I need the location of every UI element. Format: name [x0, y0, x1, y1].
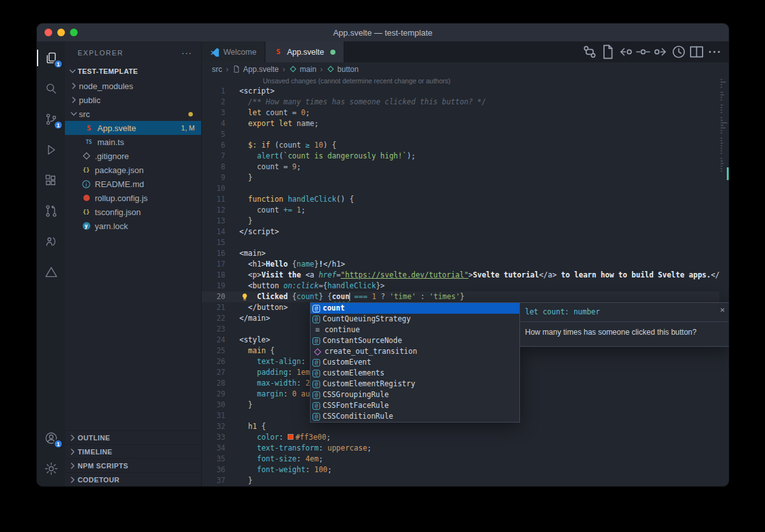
tree-item-rollup-config-js[interactable]: rollup.config.js	[65, 191, 201, 205]
more-icon[interactable]	[706, 44, 722, 60]
section-npm-scripts[interactable]: NPM SCRIPTS	[65, 458, 201, 472]
settings-icon[interactable]	[37, 453, 65, 484]
code-line-5[interactable]: 5	[202, 129, 719, 140]
compare-icon[interactable]	[582, 44, 598, 60]
section-outline[interactable]: OUTLINE	[65, 430, 201, 444]
source-control-icon[interactable]: 1	[37, 104, 65, 134]
sidebar-more-actions-icon[interactable]: ···	[181, 48, 192, 58]
suggest-item-continue[interactable]: ≡continue	[311, 325, 519, 335]
tree-item-node-modules[interactable]: node_modules	[65, 79, 201, 93]
tree-item-public[interactable]: public	[65, 93, 201, 107]
previous-change-icon[interactable]	[617, 44, 633, 60]
code-line-33[interactable]: 33 color: #ff3e00;	[202, 432, 719, 443]
workspace-section-header[interactable]: TEST-TEMPLATE	[65, 64, 201, 79]
code-line-10[interactable]: 10	[202, 183, 719, 194]
close-icon[interactable]: ×	[720, 305, 725, 314]
breadcrumb-item-app-svelte[interactable]: App.svelte	[232, 65, 279, 74]
title-bar[interactable]: App.svelte — test-template	[37, 24, 729, 41]
code-line-37[interactable]: 37 }	[202, 475, 719, 486]
code-line-12[interactable]: 12 count += 1;	[202, 205, 719, 216]
code-line-18[interactable]: 18 <p>Visit the <a href="https://svelte.…	[202, 270, 719, 281]
chevron-separator: ›	[283, 65, 285, 74]
breadcrumb-item-button[interactable]: button	[326, 65, 358, 74]
suggest-item-cssconditionrule[interactable]: @CSSConditionRule	[311, 411, 519, 422]
next-change-icon[interactable]	[653, 44, 669, 60]
suggest-item-customelements[interactable]: @customElements	[311, 368, 519, 379]
code-line-14[interactable]: 14</script>	[202, 227, 719, 237]
suggest-item-customevent[interactable]: @CustomEvent	[311, 357, 519, 368]
breadcrumb: src›App.svelte›main›button	[202, 62, 729, 76]
code-line-36[interactable]: 36 font-weight: 100;	[202, 465, 719, 475]
extensions-icon[interactable]	[37, 165, 65, 195]
account-icon[interactable]: 1	[37, 423, 65, 453]
code-line-6[interactable]: 6 $: if (count ≥ 10) {	[202, 140, 719, 151]
tree-item-main-ts[interactable]: TSmain.ts	[65, 135, 201, 149]
code-line-34[interactable]: 34 text-transform: uppercase;	[202, 443, 719, 454]
search-icon[interactable]	[37, 73, 65, 104]
code-line-7[interactable]: 7 alert(`count is dangerously high!`);	[202, 151, 719, 162]
suggest-item-customelementregistry[interactable]: @CustomElementRegistry	[311, 379, 519, 389]
code-line-15[interactable]: 15	[202, 237, 719, 248]
code-line-32[interactable]: 32 h1 {	[202, 421, 719, 432]
code-editor[interactable]: Unsaved changes (cannot determine recent…	[202, 76, 729, 486]
minimize-window-button[interactable]	[57, 29, 65, 36]
line-number: 36	[202, 465, 225, 475]
code-line-2[interactable]: 2 /** How many times has someone clicked…	[202, 97, 719, 108]
tree-item-app-svelte[interactable]: SApp.svelte1, M	[65, 121, 201, 135]
section-codetour[interactable]: CODETOUR	[65, 472, 201, 486]
code-line-4[interactable]: 4 export let name;	[202, 118, 719, 129]
suggest-item-constantsourcenode[interactable]: @ConstantSourceNode	[311, 335, 519, 346]
code-line-13[interactable]: 13 }	[202, 216, 719, 227]
run-debug-icon[interactable]	[37, 134, 65, 165]
tree-item--gitignore[interactable]: .gitignore	[65, 149, 201, 163]
code-line-9[interactable]: 9 }	[202, 172, 719, 183]
code-text: <p>Visit the <a href="https://svelte.dev…	[225, 270, 719, 281]
tree-item-label: public	[79, 95, 101, 105]
suggest-item-countqueuingstrategy[interactable]: @CountQueuingStrategy	[311, 314, 519, 325]
code-line-16[interactable]: 16<main>	[202, 248, 719, 259]
code-line-11[interactable]: 11 function handleClick() {	[202, 194, 719, 205]
suggest-item-cssfontfacerule[interactable]: @CSSFontFaceRule	[311, 400, 519, 411]
tree-item-src[interactable]: src	[65, 107, 201, 121]
code-line-1[interactable]: 1<script>	[202, 86, 719, 97]
pull-request-icon[interactable]	[37, 195, 65, 226]
suggest-item-count[interactable]: @count	[311, 303, 519, 314]
minimap[interactable]	[719, 76, 729, 486]
open-changes-icon[interactable]	[600, 44, 615, 60]
center-change-icon[interactable]	[635, 44, 651, 60]
breadcrumb-item-main[interactable]: main	[289, 65, 316, 74]
breadcrumb-item-src[interactable]: src	[212, 65, 222, 74]
tab-welcome[interactable]: Welcome	[202, 41, 265, 62]
symbol-variable-icon: @	[312, 413, 320, 421]
zoom-window-button[interactable]	[70, 29, 78, 36]
live-share-icon[interactable]	[37, 226, 65, 256]
code-line-19[interactable]: 19 <button on:click={handleClick}>	[202, 281, 719, 291]
explorer-icon[interactable]: 1	[37, 43, 65, 73]
section-timeline[interactable]: TIMELINE	[65, 444, 201, 458]
code-line-20[interactable]: 20 Clicked {count} {coun === 1 ? 'time' …	[202, 291, 719, 302]
close-window-button[interactable]	[45, 29, 52, 36]
tree-item-readme-md[interactable]: README.md	[65, 177, 201, 191]
code-line-35[interactable]: 35 font-size: 4em;	[202, 454, 719, 465]
tree-item-package-json[interactable]: {}package.json	[65, 163, 201, 177]
suggest-item-create-out-transition[interactable]: create_out_transition	[311, 346, 519, 357]
minimap-line	[720, 140, 722, 141]
codelens-row[interactable]: Unsaved changes (cannot determine recent…	[202, 76, 719, 86]
suggest-item-cssgroupingrule[interactable]: @CSSGroupingRule	[311, 389, 519, 400]
line-number: 18	[202, 270, 225, 281]
triangle-icon[interactable]	[37, 256, 65, 287]
code-line-3[interactable]: 3 let count = 0;	[202, 108, 719, 118]
tree-item-tsconfig-json[interactable]: {}tsconfig.json	[65, 205, 201, 219]
code-text: export let name;	[225, 118, 319, 129]
history-icon[interactable]	[671, 44, 687, 60]
code-lines[interactable]: Unsaved changes (cannot determine recent…	[202, 76, 719, 486]
lightbulb-icon[interactable]	[241, 293, 249, 301]
code-line-17[interactable]: 17 <h1>Hello {name}!</h1>	[202, 259, 719, 270]
tree-item-yarn-lock[interactable]: yyarn.lock	[65, 219, 201, 233]
code-line-8[interactable]: 8 count = 9;	[202, 162, 719, 172]
typescript-file-icon: TS	[84, 137, 94, 147]
tab-app-svelte[interactable]: SApp.svelte	[265, 41, 344, 62]
line-number: 11	[202, 194, 225, 205]
split-editor-icon[interactable]	[689, 44, 705, 60]
activity-bar: 11 1	[37, 41, 65, 486]
